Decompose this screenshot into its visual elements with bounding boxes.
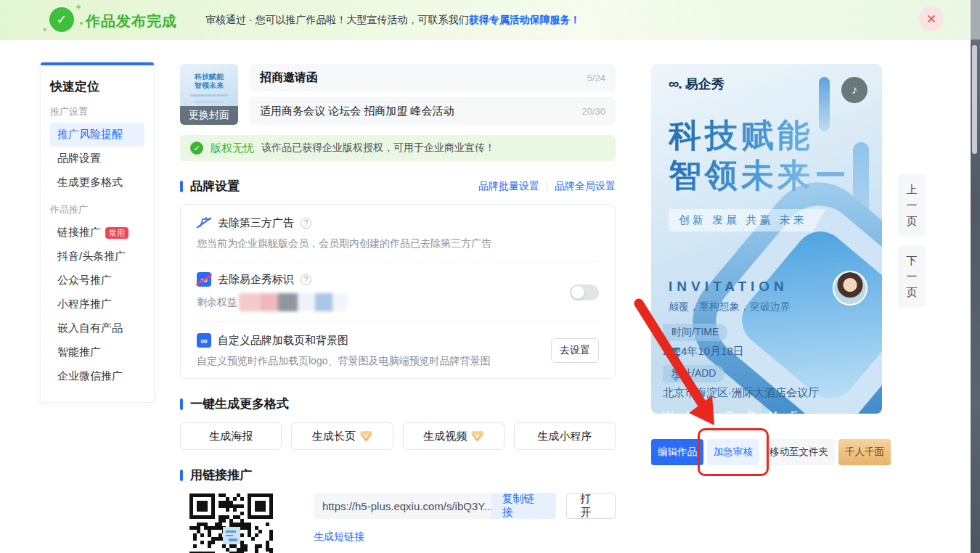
short-link-button[interactable]: 生成短链接 — [314, 531, 364, 544]
sidebar-item-label: 嵌入自有产品 — [57, 321, 123, 335]
sidebar-item-douyin-promo[interactable]: 抖音/头条推广 — [50, 245, 144, 269]
work-preview-poster[interactable]: ∞. 易企秀 ♪ 科技赋能智领未来 创新 发展 共赢 未来 INVITATION… — [651, 64, 882, 414]
sidebar-item-more-formats[interactable]: 生成更多格式 — [50, 171, 144, 194]
sidebar-item-link-promo[interactable]: 链接推广常用 — [50, 221, 144, 245]
divider — [547, 181, 547, 192]
sidebar-group-label: 作品推广 — [50, 203, 144, 216]
preview-panel: ∞. 易企秀 ♪ 科技赋能智领未来 创新 发展 共赢 未来 INVITATION… — [651, 64, 882, 465]
work-title-value: 招商邀请函 — [260, 70, 587, 86]
sidebar-item-label: 链接推广 — [57, 226, 101, 239]
poster-title: 科技赋能智领未来 — [669, 116, 844, 196]
eqxiu-logo: ∞. 易企秀 — [669, 75, 724, 93]
work-title-field[interactable]: 招商邀请函 5/24 — [250, 64, 616, 91]
page: ✓ ✦ ✦ 作品发布完成 审核通过 · 您可以推广作品啦！大型宣传活动，可联系我… — [0, 0, 980, 553]
copy-link-button[interactable]: 复制链接 — [491, 493, 557, 519]
help-icon[interactable]: ? — [301, 274, 311, 285]
section-title: 一键生成更多格式 — [190, 396, 289, 412]
sidebar-item-label: 智能推广 — [57, 345, 101, 359]
sidebar-item-brand-settings[interactable]: 品牌设置 — [50, 147, 144, 171]
custom-brand-row: ∞ 自定义品牌加载页和背景图 自定义预览时作品加载页logo、背景图及电脑端预览… — [197, 322, 599, 378]
remove-ads-icon: 广 — [197, 216, 211, 230]
generate-poster-button[interactable]: 生成海报 — [180, 422, 282, 450]
urgent-review-button[interactable]: 加急审核 — [707, 439, 759, 465]
button-label: 生成视频 — [423, 430, 467, 443]
time-pill: 时间/TIME — [663, 324, 727, 341]
banner-activity-link[interactable]: 获得专属活动保障服务！ — [468, 14, 580, 25]
copyright-text: 该作品已获得企业版权授权，可用于企业商业宣传！ — [261, 142, 495, 155]
qianren-qianmian-button[interactable]: 千人千面 — [838, 439, 891, 465]
sidebar-item-label: 抖音/头条推广 — [57, 250, 126, 263]
formats-section-header: 一键生成更多格式 — [180, 396, 616, 412]
generate-miniprogram-button[interactable]: 生成小程序 — [514, 422, 616, 450]
sidebar-title: 快速定位 — [50, 78, 144, 95]
banner-message: 审核通过 · 您可以推广作品啦！大型宣传活动，可联系我们获得专属活动保障服务！ — [205, 14, 580, 27]
address-pill: 地址/ADD — [663, 365, 724, 382]
close-icon[interactable]: ✕ — [919, 7, 944, 31]
edit-work-button[interactable]: 编辑作品 — [651, 439, 703, 465]
sidebar-item-embed[interactable]: 嵌入自有产品 — [50, 316, 144, 340]
work-desc-field[interactable]: 适用商务会议 论坛会 招商加盟 峰会活动 20/30 — [250, 97, 616, 125]
remove-logo-toggle[interactable] — [570, 284, 599, 300]
thumb-deco — [190, 94, 228, 97]
vip-badge-icon: V — [360, 431, 372, 442]
sidebar-item-label: 品牌设置 — [57, 152, 101, 165]
benefit-label: 剩余权益 — [197, 296, 237, 309]
banner-title: 作品发布完成 — [86, 12, 177, 31]
poster-slogan: 创新 发展 共赢 未来 — [669, 209, 826, 232]
sidebar-item-miniprogram[interactable]: 小程序推广 — [50, 292, 144, 316]
custom-brand-desc: 自定义预览时作品加载页logo、背景图及电脑端预览时品牌背景图 — [197, 355, 599, 368]
brand-global-settings-link[interactable]: 品牌全局设置 — [555, 180, 616, 193]
sidebar-item-wechat-official[interactable]: 公众号推广 — [50, 269, 144, 292]
help-icon[interactable]: ? — [301, 218, 311, 229]
remove-ads-row: 广 去除第三方广告 ? 您当前为企业旗舰版会员，会员期内创建的作品已去除第三方广… — [197, 205, 599, 261]
sidebar-item-promo-risk[interactable]: 推广风险提醒 — [50, 123, 144, 147]
sparkle-dot — [80, 22, 83, 25]
sidebar-item-label: 推广风险提醒 — [57, 128, 123, 142]
copyright-label: 版权无忧 — [211, 142, 254, 155]
success-banner: ✓ ✦ ✦ 作品发布完成 审核通过 · 您可以推广作品啦！大型宣传活动，可联系我… — [0, 0, 971, 40]
check-icon: ✓ — [190, 142, 203, 155]
work-cover-thumbnail[interactable]: 科技赋能智领未来 更换封面 — [180, 64, 238, 125]
change-cover-button[interactable]: 更换封面 — [180, 106, 238, 125]
title-char-count: 5/24 — [587, 73, 605, 83]
generate-video-button[interactable]: 生成视频V — [403, 422, 505, 450]
sidebar-item-label: 公众号推广 — [57, 274, 112, 287]
open-link-button[interactable]: 打开 — [566, 493, 616, 519]
success-check-icon: ✓ — [49, 7, 74, 32]
custom-brand-title: 自定义品牌加载页和背景图 — [218, 334, 348, 348]
remove-ads-title: 去除第三方广告 — [218, 216, 294, 230]
remove-logo-row: ∞ 去除易企秀标识 ? 剩余权益 — [197, 261, 599, 322]
prev-page-button[interactable]: 上一页 — [898, 174, 926, 237]
music-note-icon[interactable]: ♪ — [841, 77, 867, 103]
next-page-label: 下一页 — [906, 253, 918, 300]
go-setup-button[interactable]: 去设置 — [551, 338, 599, 363]
custom-brand-icon: ∞ — [197, 333, 211, 348]
section-accent-bar — [180, 470, 183, 481]
thumb-title-line2: 智领未来 — [195, 81, 224, 89]
sidebar-item-label: 小程序推广 — [57, 298, 112, 311]
brand-batch-settings-link[interactable]: 品牌批量设置 — [478, 180, 539, 193]
thumb-title-line1: 科技赋能 — [195, 73, 224, 81]
qr-code — [189, 493, 274, 553]
sidebar-item-wecom-promo[interactable]: 企业微信推广 — [50, 364, 144, 388]
move-to-folder-button[interactable]: 移动至文件夹 — [763, 439, 835, 465]
sidebar-item-label: 生成更多格式 — [57, 176, 123, 189]
scrollbar-thumb[interactable] — [972, 45, 977, 154]
generate-longpage-button[interactable]: 生成长页V — [291, 422, 393, 450]
eqxiu-logo-text: 易企秀 — [685, 77, 724, 91]
brand-section-header: 品牌设置 品牌批量设置 品牌全局设置 — [180, 178, 616, 194]
section-accent-bar — [180, 181, 183, 192]
next-page-button[interactable]: 下一页 — [898, 245, 926, 308]
action-buttons-row: 编辑作品 加急审核 移动至文件夹 千人千面 — [651, 439, 882, 465]
banner-message-text: 审核通过 · 您可以推广作品啦！大型宣传活动，可联系我们 — [205, 14, 468, 25]
address-value: 北京市海淀区·洲际大酒店会议厅 — [663, 386, 819, 400]
share-url-field[interactable]: https://h5-plus.eqxiu.com/s/ibQ3Y... — [314, 493, 491, 519]
sparkle-icon: ✦ — [42, 26, 48, 33]
section-accent-bar — [180, 398, 183, 410]
remove-logo-icon: ∞ — [197, 272, 211, 287]
sidebar-item-smart-promo[interactable]: 智能推广 — [50, 340, 144, 364]
brand-settings-card: 广 去除第三方广告 ? 您当前为企业旗舰版会员，会员期内创建的作品已去除第三方广… — [180, 204, 616, 379]
censored-benefit-value — [239, 293, 348, 311]
welcome-text: W E L C O M E — [663, 409, 819, 414]
thumb-deco — [195, 101, 224, 103]
